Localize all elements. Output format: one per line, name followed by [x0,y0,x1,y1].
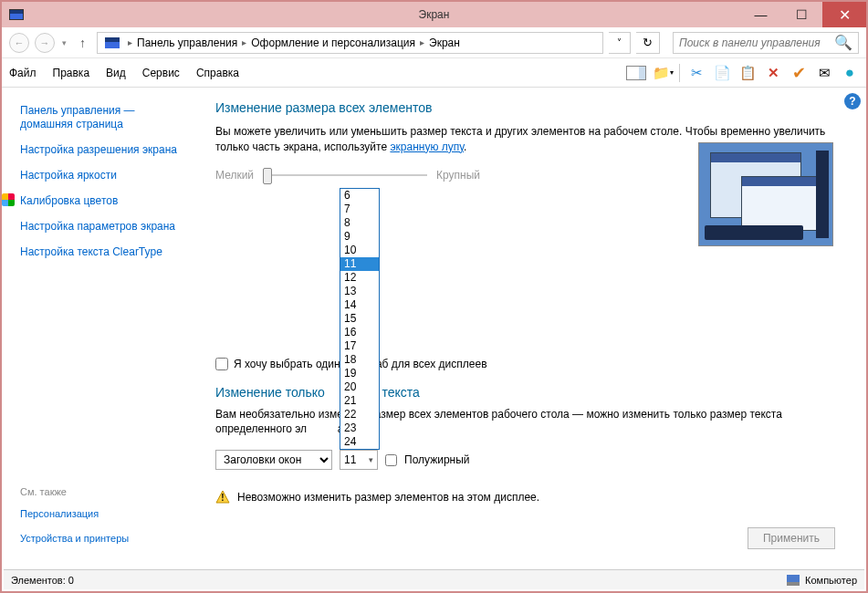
size-option-12[interactable]: 12 [340,271,379,285]
heading-text-only: Изменение только размера текста [215,385,848,400]
menu-view[interactable]: Вид [106,67,126,79]
size-option-21[interactable]: 21 [340,394,379,408]
main-content: Изменение размера всех элементов Вы може… [199,88,866,571]
size-option-14[interactable]: 14 [340,298,379,312]
size-option-13[interactable]: 13 [340,285,379,298]
status-left: Элементов: 0 [11,575,74,586]
sidebar-item-resolution[interactable]: Настройка разрешения экрана [20,140,190,165]
close-button[interactable]: ✕ [822,2,866,27]
size-option-9[interactable]: 9 [340,230,379,244]
sidebar-item-color-calibration[interactable]: Калибровка цветов [20,191,190,216]
size-option-23[interactable]: 23 [340,421,379,435]
menu-edit[interactable]: Правка [53,67,90,79]
check-icon[interactable]: ✔ [790,64,808,82]
slider-label-small: Мелкий [215,169,254,182]
delete-icon[interactable]: ✕ [764,64,782,82]
font-size-dropdown[interactable]: 6789101112131415161718192021222324 [340,188,380,450]
status-right: Компьютер [805,575,857,586]
organize-icon[interactable]: 📁▾ [654,64,672,82]
navbar: ← → ▾ ↑ ▸ Панель управления ▸ Оформление… [2,27,866,58]
size-slider[interactable] [263,166,427,184]
size-option-6[interactable]: 6 [340,189,379,203]
description-2: Вам необязательно изменять размер всех э… [215,407,848,438]
size-option-24[interactable]: 24 [340,435,379,449]
warning-icon: ! [215,490,230,505]
apply-button[interactable]: Применить [748,527,835,549]
search-input[interactable] [674,36,829,49]
location-icon [105,37,120,48]
titlebar: Экран — ☐ ✕ [2,2,866,27]
sidebar-item-brightness[interactable]: Настройка яркости [20,165,190,191]
size-option-8[interactable]: 8 [340,216,379,230]
preview-image [698,142,833,246]
warning-text: Невозможно изменить размер элементов на … [237,491,539,504]
search-box[interactable]: 🔍 [673,32,859,54]
single-scale-checkbox[interactable] [215,358,228,370]
svg-text:!: ! [221,493,224,503]
copy-icon[interactable]: 📄 [713,64,731,82]
size-option-18[interactable]: 18 [340,353,379,367]
see-also-personalization[interactable]: Персонализация [20,505,190,529]
menu-file[interactable]: Файл [9,67,37,79]
menu-help[interactable]: Справка [196,67,239,79]
cut-icon[interactable]: ✂ [687,64,706,82]
slider-label-large: Крупный [436,169,480,182]
breadcrumb-dropdown[interactable]: ˅ [609,32,631,54]
globe-icon[interactable]: ● [841,64,859,82]
size-option-19[interactable]: 19 [340,367,379,380]
size-option-10[interactable]: 10 [340,244,379,257]
refresh-button[interactable]: ↻ [636,32,660,54]
window-title: Экран [419,8,450,21]
sidebar-item-cleartype[interactable]: Настройка текста ClearType [20,242,190,267]
up-button[interactable]: ↑ [74,36,91,50]
search-icon[interactable]: 🔍 [829,34,858,51]
see-also-header: См. также [20,486,190,497]
app-icon [9,9,24,20]
heading-resize-all: Изменение размера всех элементов [215,100,848,115]
size-option-17[interactable]: 17 [340,339,379,353]
crumb-1[interactable]: Панель управления [137,36,237,49]
minimize-button[interactable]: — [740,2,781,27]
back-button[interactable]: ← [9,33,29,53]
magnifier-link[interactable]: экранную лупу [390,140,464,153]
size-option-20[interactable]: 20 [340,380,379,394]
computer-icon [787,575,800,586]
forward-button[interactable]: → [35,33,55,53]
size-option-15[interactable]: 15 [340,312,379,326]
sidebar: Панель управления — домашняя страница На… [2,88,199,571]
size-option-22[interactable]: 22 [340,408,379,421]
crumb-3[interactable]: Экран [429,36,460,49]
element-select[interactable]: Заголовки окон [215,450,332,470]
size-option-16[interactable]: 16 [340,326,379,339]
menubar: Файл Правка Вид Сервис Справка 📁▾ ✂ 📄 📋 … [2,58,866,88]
mail-icon[interactable]: ✉ [815,64,833,82]
font-size-combo[interactable]: 11▾ [340,450,378,470]
breadcrumb[interactable]: ▸ Панель управления ▸ Оформление и персо… [97,32,603,54]
maximize-button[interactable]: ☐ [781,2,822,27]
bold-label: Полужирный [404,453,470,466]
slider-thumb[interactable] [263,168,272,184]
crumb-2[interactable]: Оформление и персонализация [251,36,415,49]
sidebar-item-display-settings[interactable]: Настройка параметров экрана [20,216,190,242]
paste-icon[interactable]: 📋 [738,64,757,82]
size-option-7[interactable]: 7 [340,203,379,216]
size-option-11[interactable]: 11 [340,257,379,271]
see-also-devices[interactable]: Устройства и принтеры [20,529,190,554]
statusbar: Элементов: 0 Компьютер [4,569,864,589]
history-dropdown[interactable]: ▾ [60,38,68,47]
view-pane-icon[interactable] [626,66,646,80]
bold-checkbox[interactable] [385,454,397,466]
sidebar-item-home[interactable]: Панель управления — домашняя страница [20,100,190,140]
menu-service[interactable]: Сервис [142,67,180,79]
